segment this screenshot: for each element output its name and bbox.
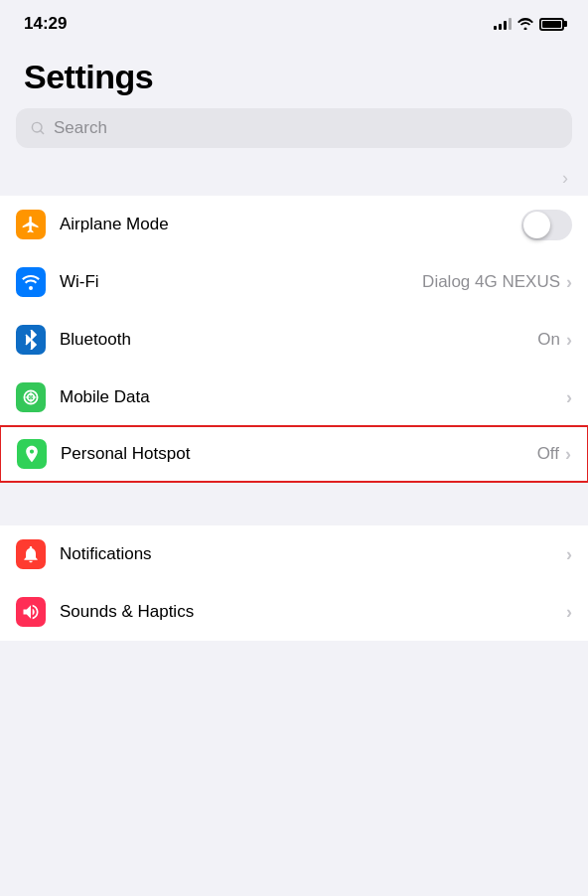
wifi-row[interactable]: Wi-Fi Dialog 4G NEXUS › bbox=[0, 253, 588, 311]
wifi-label: Wi-Fi bbox=[60, 272, 422, 292]
search-icon bbox=[30, 120, 46, 136]
wifi-row-icon bbox=[16, 267, 46, 297]
sounds-haptics-chevron: › bbox=[566, 602, 572, 623]
profile-section[interactable]: › bbox=[0, 160, 588, 196]
airplane-mode-icon bbox=[16, 210, 46, 239]
personal-hotspot-row[interactable]: Personal Hotspot Off › bbox=[0, 425, 588, 483]
search-placeholder: Search bbox=[54, 118, 107, 138]
mobile-data-label: Mobile Data bbox=[60, 387, 566, 407]
sounds-haptics-row[interactable]: Sounds & Haptics › bbox=[0, 583, 588, 641]
airplane-mode-row[interactable]: Airplane Mode bbox=[0, 196, 588, 253]
status-icons bbox=[494, 18, 564, 31]
wifi-chevron: › bbox=[566, 272, 572, 293]
mobile-data-svg bbox=[21, 387, 41, 407]
profile-chevron: › bbox=[562, 168, 568, 189]
section-gap bbox=[0, 490, 588, 525]
sounds-svg bbox=[21, 602, 41, 622]
search-container: Search bbox=[0, 108, 588, 160]
page-title: Settings bbox=[24, 58, 564, 96]
sounds-icon bbox=[16, 597, 46, 627]
settings-header: Settings bbox=[0, 42, 588, 108]
search-bar[interactable]: Search bbox=[16, 108, 572, 148]
personal-hotspot-label: Personal Hotspot bbox=[61, 444, 537, 464]
bluetooth-chevron: › bbox=[566, 330, 572, 351]
airplane-mode-label: Airplane Mode bbox=[60, 215, 521, 234]
notifications-label: Notifications bbox=[60, 544, 566, 564]
signal-icon bbox=[494, 18, 512, 30]
airplane-icon bbox=[21, 215, 41, 234]
wifi-icon bbox=[21, 274, 41, 290]
notifications-chevron: › bbox=[566, 544, 572, 565]
notifications-row[interactable]: Notifications › bbox=[0, 525, 588, 583]
mobile-data-icon bbox=[16, 382, 46, 412]
airplane-mode-toggle[interactable] bbox=[521, 210, 572, 240]
hotspot-icon bbox=[17, 439, 47, 469]
status-bar: 14:29 bbox=[0, 0, 588, 42]
status-time: 14:29 bbox=[24, 14, 67, 34]
hotspot-svg bbox=[22, 444, 42, 464]
bluetooth-row[interactable]: Bluetooth On › bbox=[0, 311, 588, 369]
wifi-status-icon bbox=[517, 18, 533, 30]
bluetooth-row-icon bbox=[16, 325, 46, 355]
notifications-icon bbox=[16, 539, 46, 569]
bluetooth-value: On bbox=[537, 330, 560, 350]
connectivity-group: Airplane Mode Wi-Fi Dialog 4G NEXUS › Bl… bbox=[0, 196, 588, 483]
bluetooth-label: Bluetooth bbox=[60, 330, 537, 350]
battery-icon bbox=[539, 18, 564, 31]
notifications-svg bbox=[21, 544, 41, 564]
mobile-data-chevron: › bbox=[566, 387, 572, 408]
personal-hotspot-chevron: › bbox=[565, 444, 571, 465]
mobile-data-row[interactable]: Mobile Data › bbox=[0, 369, 588, 426]
system-group: Notifications › Sounds & Haptics › bbox=[0, 525, 588, 641]
wifi-value: Dialog 4G NEXUS bbox=[422, 272, 560, 292]
bluetooth-icon bbox=[24, 330, 38, 350]
personal-hotspot-value: Off bbox=[537, 444, 559, 464]
sounds-haptics-label: Sounds & Haptics bbox=[60, 602, 566, 622]
